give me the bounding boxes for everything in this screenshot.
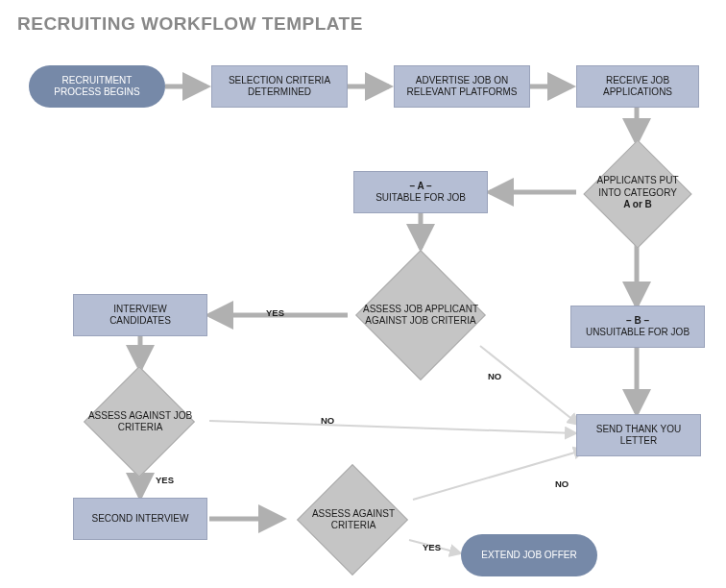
label-yes3: YES <box>423 542 441 552</box>
label-no1: NO <box>488 371 501 381</box>
node-assess1: ASSESS JOB APPLICANT AGAINST JOB CRITERI… <box>346 250 496 380</box>
node-thankyou: SEND THANK YOU LETTER <box>576 414 701 456</box>
label-yes1: YES <box>266 307 284 318</box>
node-category-a: – A – SUITABLE FOR JOB <box>353 171 488 213</box>
node-category: APPLICANTS PUT INTO CATEGORYA or B <box>574 144 701 242</box>
category-sub: A or B <box>623 199 652 209</box>
svg-line-11 <box>209 421 576 433</box>
cat-a-text: SUITABLE FOR JOB <box>375 192 466 205</box>
node-start: RECRUITMENT PROCESS BEGINS <box>29 65 165 108</box>
node-interview: INTERVIEW CANDIDATES <box>73 294 207 336</box>
node-offer: EXTEND JOB OFFER <box>461 534 597 576</box>
node-advertise: ADVERTISE JOB ON RELEVANT PLATFORMS <box>394 65 530 108</box>
node-assess3: ASSESS AGAINST CRITERIA <box>278 469 428 571</box>
cat-b-text: UNSUITABLE FOR JOB <box>586 327 690 339</box>
node-category-b: – B – UNSUITABLE FOR JOB <box>570 306 705 348</box>
node-receive: RECEIVE JOB APPLICATIONS <box>576 65 699 108</box>
label-no2: NO <box>321 415 334 426</box>
svg-line-15 <box>413 450 585 500</box>
diagram-title: RECRUITING WORKFLOW TEMPLATE <box>17 13 363 35</box>
node-second: SECOND INTERVIEW <box>73 498 207 540</box>
node-criteria: SELECTION CRITERIA DETERMINED <box>211 65 348 108</box>
cat-b-label: – B – <box>626 315 649 328</box>
category-text: APPLICANTS PUT INTO CATEGORY <box>596 175 678 198</box>
cat-a-label: – A – <box>409 181 431 193</box>
node-assess2: ASSESS AGAINST JOB CRITERIA <box>65 371 215 473</box>
label-yes2: YES <box>156 475 174 485</box>
label-no3: NO <box>555 478 569 489</box>
